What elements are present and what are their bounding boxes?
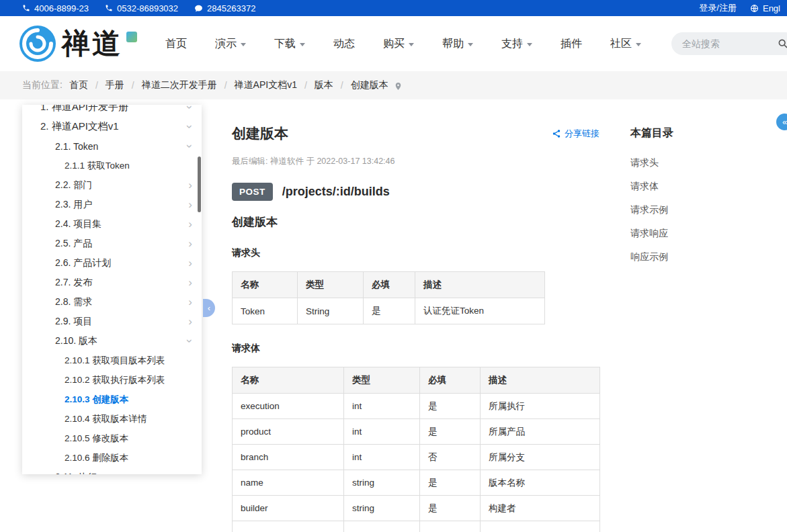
sidebar-item[interactable]: 2.5. 产品›: [22, 234, 202, 253]
table-cell: 构建者: [481, 496, 600, 521]
chevron-down-icon[interactable]: ›: [185, 339, 196, 343]
toc-item[interactable]: 响应示例: [630, 252, 673, 262]
request-body-table: 名称类型必填描述executionint是所属执行productint是所属产品…: [232, 367, 600, 532]
chevron-right-icon[interactable]: ›: [188, 179, 192, 191]
zentao-logo-icon: [19, 25, 56, 62]
chevron-right-icon[interactable]: ›: [188, 218, 192, 230]
login-register-link[interactable]: 登录/注册: [699, 2, 737, 14]
sidebar-item[interactable]: 2.3. 用户›: [22, 195, 202, 214]
nav-item-label: 购买: [383, 37, 405, 51]
sidebar-item[interactable]: 2.10.5 修改版本: [22, 429, 202, 448]
table-header-cell: 类型: [298, 272, 364, 298]
toc-item[interactable]: 请求响应: [630, 228, 673, 238]
toc-expand-button[interactable]: «: [776, 114, 787, 130]
sidebar-item[interactable]: 2.8. 需求›: [22, 292, 202, 312]
language-switch[interactable]: Engl: [750, 3, 780, 13]
nav-item-home[interactable]: 首页: [165, 37, 187, 51]
sidebar-tree: 1. 禅道API开发手册›2. 禅道API文档v1›2.1. Token›2.1…: [22, 105, 202, 474]
search-box[interactable]: [671, 32, 787, 55]
chat-icon: [194, 4, 203, 13]
page-title: 创建版本: [232, 125, 288, 142]
sidebar-item-label: 2.2. 部门: [55, 179, 92, 191]
chevron-right-icon[interactable]: ›: [188, 316, 192, 327]
table-cell: [344, 521, 420, 532]
search-input[interactable]: [682, 38, 772, 49]
qq-contact[interactable]: 2845263372: [194, 3, 255, 13]
table-cell: 是: [420, 419, 481, 445]
chevron-right-icon[interactable]: ›: [188, 296, 192, 308]
phone-contact-1[interactable]: 4006-8899-23: [22, 3, 89, 13]
sidebar-item[interactable]: 2.6. 产品计划›: [22, 253, 202, 273]
sidebar-item-label: 2.4. 项目集: [55, 218, 101, 230]
table-cell: 是: [420, 394, 481, 419]
nav-item-news[interactable]: 动态: [333, 37, 355, 51]
toc-item[interactable]: 请求体: [630, 181, 673, 191]
chevron-left-icon: ‹: [208, 303, 210, 313]
search-icon[interactable]: [778, 38, 787, 49]
logo-text: 禅道: [62, 30, 122, 58]
sidebar-scrollbar-thumb[interactable]: [198, 157, 201, 212]
sidebar-item[interactable]: 2.10.3 创建版本: [22, 390, 202, 409]
chevron-down-icon[interactable]: ›: [185, 144, 196, 148]
nav-item-plugins[interactable]: 插件: [561, 37, 582, 51]
chevron-down-icon[interactable]: ›: [185, 125, 196, 129]
sidebar-item[interactable]: 2.10.4 获取版本详情: [22, 409, 202, 429]
table-cell: execution: [233, 394, 344, 419]
nav-item-support[interactable]: 支持: [501, 37, 532, 51]
breadcrumb-item[interactable]: 创建版本: [351, 79, 388, 91]
nav-item-demo[interactable]: 演示: [215, 37, 246, 51]
share-icon: [552, 129, 561, 138]
chevron-right-icon[interactable]: ›: [188, 199, 192, 210]
table-cell: string: [344, 496, 420, 521]
chevron-down-icon[interactable]: ›: [185, 105, 196, 109]
breadcrumb-item[interactable]: 禅道API文档v1: [235, 79, 297, 91]
sidebar-item[interactable]: 2.10.1 获取项目版本列表: [22, 351, 202, 370]
breadcrumb-item[interactable]: 手册: [106, 79, 124, 91]
breadcrumb: 当前位置: 首页/手册/禅道二次开发手册/禅道API文档v1/版本/创建版本: [0, 71, 787, 99]
sidebar-item-label: 2.5. 产品: [55, 238, 92, 250]
sidebar-item[interactable]: 2.10. 版本›: [22, 331, 202, 351]
toc-item[interactable]: 请求示例: [630, 205, 673, 215]
nav-item-download[interactable]: 下载: [274, 37, 305, 51]
sidebar-collapse-handle[interactable]: ‹: [203, 299, 215, 317]
chevron-right-icon[interactable]: ›: [188, 472, 192, 474]
nav-item-label: 下载: [274, 37, 296, 51]
sidebar-item[interactable]: 2.7. 发布›: [22, 273, 202, 292]
sidebar-item[interactable]: 2.2. 部门›: [22, 175, 202, 195]
sidebar-item-label: 2.10.3 创建版本: [65, 394, 128, 406]
topbar-contacts: 4006-8899-23 0532-86893032 2845263372: [22, 3, 255, 13]
logo-stamp-icon: [126, 32, 137, 42]
sidebar-item[interactable]: 2. 禅道API文档v1›: [22, 117, 202, 136]
table-cell: 认证凭证Token: [415, 298, 545, 324]
chevron-right-icon[interactable]: ›: [188, 257, 192, 269]
nav-item-buy[interactable]: 购买: [383, 37, 414, 51]
toc-item[interactable]: 请求头: [630, 158, 673, 168]
sidebar-item[interactable]: 2.10.6 删除版本: [22, 448, 202, 468]
sidebar-item[interactable]: 2.10.2 获取执行版本列表: [22, 370, 202, 390]
phone-number-2: 0532-86893032: [117, 3, 178, 13]
table-cell: name: [233, 470, 344, 496]
table-cell: int: [344, 419, 420, 445]
sidebar-item[interactable]: 1. 禅道API开发手册›: [22, 105, 202, 117]
nav-item-help[interactable]: 帮助: [442, 37, 473, 51]
chevron-right-icon[interactable]: ›: [188, 277, 192, 288]
nav-item-community[interactable]: 社区: [610, 37, 641, 51]
table-cell: 所属执行: [481, 394, 600, 419]
sidebar-item-label: 2.10.1 获取项目版本列表: [65, 355, 165, 367]
sidebar-item[interactable]: 2.9. 项目›: [22, 312, 202, 331]
logo[interactable]: 禅道: [19, 25, 137, 62]
table-row: builderstring是构建者: [233, 496, 600, 521]
sidebar-item[interactable]: 2.4. 项目集›: [22, 214, 202, 234]
phone-contact-2[interactable]: 0532-86893032: [105, 3, 178, 13]
share-link[interactable]: 分享链接: [552, 128, 599, 140]
breadcrumb-item[interactable]: 禅道二次开发手册: [142, 79, 217, 91]
sidebar-item[interactable]: 2.1.1 获取Token: [22, 156, 202, 175]
breadcrumb-item[interactable]: 版本: [315, 79, 333, 91]
request-header-title: 请求头: [232, 247, 599, 258]
table-header-row: 名称类型必填描述: [233, 367, 600, 394]
sidebar-item[interactable]: 2.1. Token›: [22, 136, 202, 156]
breadcrumb-item[interactable]: 首页: [69, 79, 88, 91]
chevron-right-icon[interactable]: ›: [188, 238, 192, 249]
sidebar-item-label: 2.1.1 获取Token: [65, 160, 130, 172]
sidebar-item[interactable]: 2.11. 执行›: [22, 468, 202, 474]
